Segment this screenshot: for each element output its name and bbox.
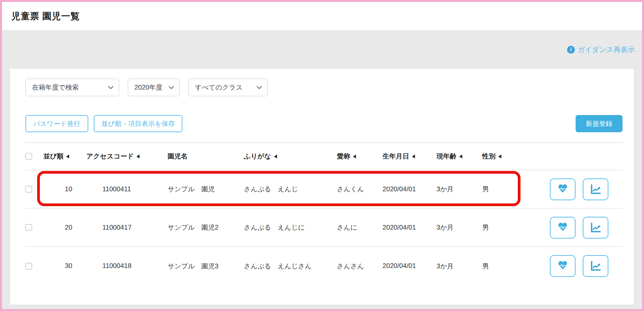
chevron-down-icon bbox=[169, 86, 174, 89]
header-name: 園児名 bbox=[168, 152, 244, 161]
info-icon: i bbox=[567, 46, 575, 54]
search-mode-select[interactable]: 在籍年度で検索 bbox=[25, 79, 119, 96]
cell-age: 3か月 bbox=[436, 223, 482, 232]
sort-icon bbox=[66, 155, 69, 158]
cell-age: 3か月 bbox=[436, 185, 482, 194]
cell-gender: 男 bbox=[482, 262, 520, 271]
cell-name: サンプル 園児 bbox=[168, 185, 244, 194]
save-order-display-button[interactable]: 並び順・項目表示を保存 bbox=[94, 115, 183, 132]
health-record-button[interactable] bbox=[550, 217, 576, 239]
cell-access-code: 11000411 bbox=[86, 185, 168, 193]
growth-chart-icon bbox=[589, 222, 602, 234]
header-order[interactable]: 並び順 bbox=[43, 152, 86, 161]
header-nickname[interactable]: 愛称 bbox=[337, 152, 383, 161]
row-checkbox[interactable] bbox=[25, 263, 32, 270]
content-background: i ガイダンス再表示 在籍年度で検索 2020年度 すべてのクラス bbox=[2, 31, 642, 309]
cell-nickname: さんさん bbox=[337, 262, 383, 271]
cell-access-code: 11000418 bbox=[86, 262, 168, 270]
search-mode-value: 在籍年度で検索 bbox=[32, 83, 79, 92]
page-title: 児童票 園児一覧 bbox=[11, 10, 80, 22]
new-register-button[interactable]: 新規登録 bbox=[576, 115, 623, 132]
cell-furigana: さんぷる えんじさん bbox=[244, 262, 337, 271]
table-row[interactable]: 10 11000411 サンプル 園児 さんぷる えんじ さんくん 2020/0… bbox=[25, 170, 623, 209]
growth-chart-button[interactable] bbox=[583, 217, 608, 239]
header-furigana[interactable]: ふりがな bbox=[244, 152, 337, 161]
chevron-down-icon bbox=[108, 86, 113, 89]
title-bar: 児童票 園児一覧 bbox=[2, 2, 642, 31]
table-row[interactable]: 20 11000417 サンプル 園児2 さんぷる えんじに さんに 2020/… bbox=[25, 209, 623, 247]
cell-name: サンプル 園児3 bbox=[168, 262, 244, 271]
growth-chart-button[interactable] bbox=[583, 178, 608, 200]
row-checkbox[interactable] bbox=[25, 186, 32, 192]
year-select[interactable]: 2020年度 bbox=[128, 79, 180, 96]
sort-icon bbox=[274, 155, 277, 158]
header-access-code[interactable]: アクセスコード bbox=[86, 152, 168, 161]
cell-order: 20 bbox=[43, 224, 86, 232]
guidance-link-label: ガイダンス再表示 bbox=[578, 45, 635, 54]
sort-icon bbox=[459, 155, 462, 158]
cell-nickname: さんくん bbox=[337, 185, 383, 194]
table-header-row: 並び順 アクセスコード 園児名 ふりがな 愛称 生年月日 現年齢 性別 bbox=[25, 143, 623, 170]
cell-nickname: さんに bbox=[337, 223, 383, 232]
guidance-row: i ガイダンス再表示 bbox=[9, 31, 635, 68]
cell-age: 3か月 bbox=[436, 262, 482, 271]
sort-icon bbox=[498, 155, 501, 158]
cell-order: 30 bbox=[43, 262, 86, 270]
cell-birthdate: 2020/04/01 bbox=[383, 185, 436, 193]
growth-chart-button[interactable] bbox=[583, 255, 608, 277]
guidance-redisplay-link[interactable]: i ガイダンス再表示 bbox=[567, 45, 635, 54]
filter-row: 在籍年度で検索 2020年度 すべてのクラス bbox=[25, 79, 623, 96]
health-heart-pulse-icon bbox=[556, 260, 569, 272]
issue-password-button[interactable]: パスワード発行 bbox=[25, 115, 88, 132]
main-panel: 在籍年度で検索 2020年度 すべてのクラス パスワード発行 並び順・項目表示を… bbox=[9, 68, 635, 305]
row-checkbox[interactable] bbox=[25, 224, 32, 231]
cell-name: サンプル 園児2 bbox=[168, 223, 244, 232]
sort-icon bbox=[136, 155, 140, 158]
health-heart-pulse-icon bbox=[556, 222, 569, 234]
select-all-checkbox[interactable] bbox=[25, 153, 32, 160]
header-birthdate[interactable]: 生年月日 bbox=[383, 152, 436, 161]
header-gender[interactable]: 性別 bbox=[482, 152, 520, 161]
health-heart-pulse-icon bbox=[556, 183, 569, 195]
cell-furigana: さんぷる えんじに bbox=[244, 223, 337, 232]
class-value: すべてのクラス bbox=[195, 83, 243, 92]
year-value: 2020年度 bbox=[134, 83, 163, 92]
class-select[interactable]: すべてのクラス bbox=[188, 79, 268, 96]
sort-icon bbox=[353, 155, 356, 158]
chevron-down-icon bbox=[257, 86, 262, 89]
table-row[interactable]: 30 11000418 サンプル 園児3 さんぷる えんじさん さんさん 202… bbox=[25, 247, 623, 285]
cell-birthdate: 2020/04/01 bbox=[383, 224, 436, 232]
action-button-row: パスワード発行 並び順・項目表示を保存 新規登録 bbox=[25, 115, 623, 132]
health-record-button[interactable] bbox=[550, 178, 576, 200]
growth-chart-icon bbox=[589, 260, 602, 272]
header-age[interactable]: 現年齢 bbox=[436, 152, 482, 161]
sort-icon bbox=[412, 155, 415, 158]
children-table: 並び順 アクセスコード 園児名 ふりがな 愛称 生年月日 現年齢 性別 10 1… bbox=[25, 142, 623, 285]
growth-chart-icon bbox=[589, 183, 602, 195]
cell-gender: 男 bbox=[482, 185, 520, 194]
cell-gender: 男 bbox=[482, 223, 520, 232]
screenshot-frame: 児童票 園児一覧 i ガイダンス再表示 在籍年度で検索 2020年度 bbox=[0, 0, 644, 311]
cell-birthdate: 2020/04/01 bbox=[383, 262, 436, 270]
health-record-button[interactable] bbox=[550, 255, 576, 277]
cell-furigana: さんぷる えんじ bbox=[244, 185, 337, 194]
cell-access-code: 11000417 bbox=[86, 224, 168, 232]
cell-order: 10 bbox=[43, 185, 86, 193]
